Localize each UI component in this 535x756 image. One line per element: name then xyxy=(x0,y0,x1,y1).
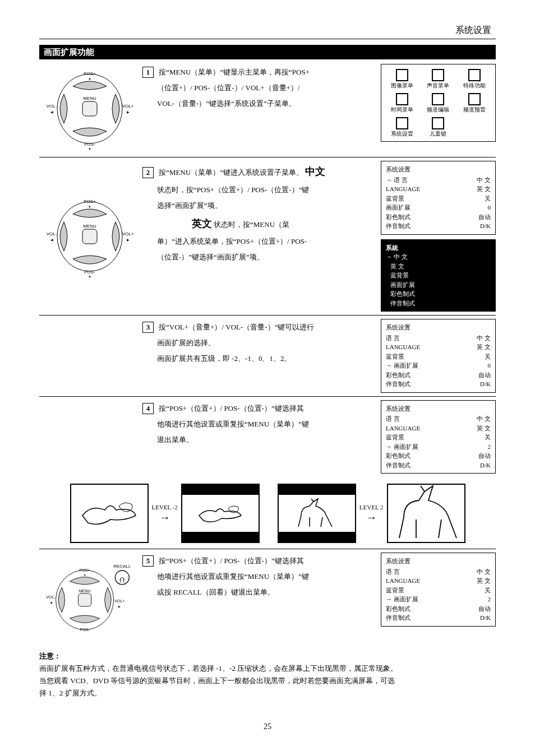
svg-rect-7 xyxy=(82,229,97,244)
step-number: 3 xyxy=(142,322,154,333)
osd-row-l: 彩色制式 xyxy=(386,604,411,614)
osd-row-r: 2 xyxy=(488,595,491,604)
zoom-arrow: LEVEL -2 → xyxy=(152,504,178,523)
osd-row-r: 自动 xyxy=(478,370,491,380)
step-number: 5 xyxy=(142,555,154,567)
svg-text:▼: ▼ xyxy=(88,275,91,279)
step3-line3: 画面扩展共有五级，即 -2、-1、0、1、2。 xyxy=(142,353,375,365)
osd-item: 画面扩展 xyxy=(390,281,415,288)
note-line2: 当您观看 VCD、DVD 等信号源的宽银幕节目时，画面上下一般都会出现黑带，此时… xyxy=(39,675,496,687)
menu-item: 时间菜单 xyxy=(387,93,417,113)
step-2-row: POS+ ▲ POS- ▼ VOL- ◀ VOL+ ▶ MENU 2 按“MEN… xyxy=(39,157,496,312)
step4-line3: 退出菜单。 xyxy=(142,434,375,446)
svg-text:◀: ◀ xyxy=(50,601,52,604)
step5-line3: 或按 RECALL（回看）键退出菜单。 xyxy=(142,586,375,599)
svg-text:POS+: POS+ xyxy=(84,199,96,204)
step2-line4: 单）”进入系统菜单，按“POS+（位置+）/ POS- xyxy=(142,235,375,248)
osd-row-l: 画面扩展 xyxy=(386,203,411,212)
svg-text:▶: ▶ xyxy=(118,605,121,608)
menu-item: 频道预置 xyxy=(459,93,490,113)
step2-line2: 状态时，按“POS+（位置+）/ POS-（位置-）”键 xyxy=(142,184,375,196)
step4-line2: 他项进行其他设置或重复按“MENU（菜单）”键 xyxy=(142,418,375,430)
menu-label: MENU xyxy=(83,96,96,101)
vol-plus-label: VOL+ xyxy=(122,104,134,109)
osd-row-r: 关 xyxy=(485,586,491,595)
system-settings-osd: 系统设置 → 语 言中 文 LANGUAGE英 文 蓝背景关 画面扩展0 彩色制… xyxy=(381,161,496,235)
osd-title: 系统设置 xyxy=(386,165,491,174)
svg-text:▲: ▲ xyxy=(88,205,91,208)
note-title: 注意： xyxy=(39,652,61,660)
step5-line1: 按“POS+（位置+）/ POS-（位置-）”键选择其 xyxy=(159,556,303,565)
osd-row-r: 0 xyxy=(488,361,491,370)
step1-line3: VOL-（音量-）”键选择“系统设置”子菜单。 xyxy=(142,98,375,110)
step4-line1: 按“POS+（位置+）/ POS-（位置-）”键选择其 xyxy=(159,404,303,412)
svg-text:MENU: MENU xyxy=(79,589,91,593)
step1-line1: 按“MENU（菜单）”键显示主菜单，再按“POS+ xyxy=(159,68,310,76)
dpad-recall-icon: POS+ ▲ POS- VOL- ◀ VOL+ ▶ MENU RECALL xyxy=(45,553,135,642)
osd-item: 彩色制式 xyxy=(390,290,415,297)
svg-text:◀: ◀ xyxy=(50,110,53,114)
osd-row-l: → 画面扩展 xyxy=(386,595,418,604)
osd-row-r: 中 文 xyxy=(477,175,491,185)
step-1-row: ▲ POS+ POS- ▼ VOL- ◀ VOL+ ▶ MENU 1 按“MEN… xyxy=(39,64,496,154)
menu-item-label: 声音菜单 xyxy=(427,82,449,89)
pos-plus-label: POS+ xyxy=(84,71,96,76)
menu-item: 儿童锁 xyxy=(423,117,453,137)
step-number: 4 xyxy=(142,403,154,414)
dpad-icon: POS+ ▲ POS- ▼ VOL- ◀ VOL+ ▶ MENU xyxy=(45,192,135,281)
menu-item-label: 频道预置 xyxy=(463,106,486,113)
pos-minus-label: POS- xyxy=(84,142,95,147)
osd-row-l: 语 言 xyxy=(386,567,400,577)
osd-row-l: 蓝背景 xyxy=(386,586,404,595)
menu-item: 特殊功能 xyxy=(459,69,490,89)
svg-text:▶: ▶ xyxy=(127,238,130,242)
svg-text:▲: ▲ xyxy=(88,77,91,80)
osd-row-r: 英 文 xyxy=(477,576,491,586)
step2-line3: 选择“画面扩展”项。 xyxy=(142,200,375,212)
osd-row-l: 伴音制式 xyxy=(386,613,411,623)
tv-frame-letterbox xyxy=(278,484,356,543)
svg-text:POS-: POS- xyxy=(80,628,90,632)
osd-row-r: 0 xyxy=(488,203,491,212)
osd-row-l: 蓝背景 xyxy=(386,194,404,203)
svg-text:POS-: POS- xyxy=(84,270,95,275)
osd-row-r: 2 xyxy=(488,442,491,452)
osd-row-l: LANGUAGE xyxy=(386,342,420,352)
osd-row-r: 关 xyxy=(485,194,491,203)
osd-row-l: 彩色制式 xyxy=(386,212,411,222)
osd-row-l: 蓝背景 xyxy=(386,352,404,361)
menu-item: 系统设置 xyxy=(387,117,417,137)
osd-row-r: 中 文 xyxy=(477,414,491,424)
menu-item-label: 特殊功能 xyxy=(463,82,486,89)
osd-row-r: D/K xyxy=(480,613,491,623)
osd-row-l: → 语 言 xyxy=(386,175,408,185)
osd-row-r: 英 文 xyxy=(477,342,491,352)
svg-rect-1 xyxy=(82,101,97,116)
osd-item: 中 文 xyxy=(394,253,408,260)
tv-frame-normal xyxy=(70,484,149,543)
osd-row-l: LANGUAGE xyxy=(386,184,420,194)
chinese-label: 中文 xyxy=(305,166,325,177)
system-submenu-osd: 系統 → 中 文 英 文 蓝背景 画面扩展 彩色制式 伴音制式 xyxy=(381,239,496,312)
arrow-right-icon: → xyxy=(159,512,170,523)
vol-minus-label: VOL- xyxy=(47,104,57,109)
menu-item-label: 图像菜单 xyxy=(391,82,413,89)
step-number: 2 xyxy=(142,167,154,178)
step1-line2: （位置+）/ POS-（位置-）/ VOL+（音量+）/ xyxy=(142,82,375,94)
osd-item: 蓝背景 xyxy=(390,272,409,279)
osd-row-r: 中 文 xyxy=(477,567,491,577)
tv-frame-letterbox xyxy=(181,484,260,543)
section-title-bar: 画面扩展功能 xyxy=(39,45,496,59)
osd-row-r: 中 文 xyxy=(477,333,491,343)
osd-row-l: 蓝背景 xyxy=(386,433,404,442)
osd-row-l: 彩色制式 xyxy=(386,451,411,461)
osd-row-r: 英 文 xyxy=(477,424,491,433)
remote-pad-illustration: POS+ ▲ POS- VOL- ◀ VOL+ ▶ MENU RECALL xyxy=(39,553,140,642)
svg-rect-18 xyxy=(79,593,91,606)
menu-item: 图像菜单 xyxy=(387,69,417,89)
menu-item: 声音菜单 xyxy=(423,69,453,89)
recall-label: RECALL xyxy=(113,564,131,569)
osd-title: 系统设置 xyxy=(386,323,491,332)
level-minus2-label: LEVEL -2 xyxy=(152,504,178,511)
osd-row-r: 英 文 xyxy=(477,184,491,194)
